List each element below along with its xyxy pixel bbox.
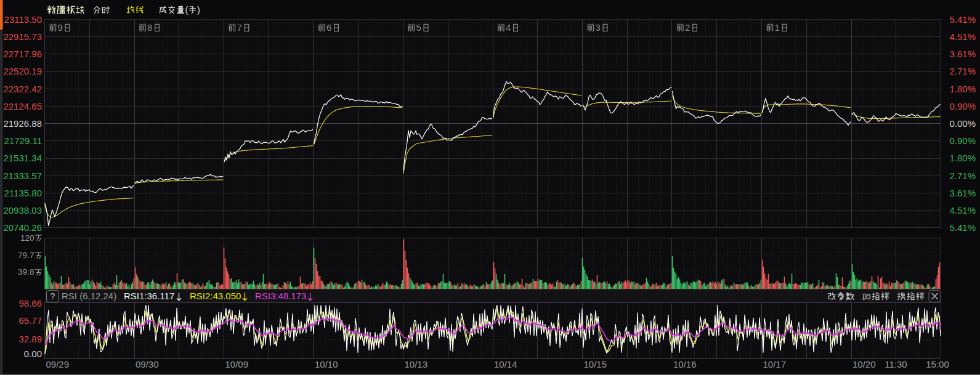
svg-text:0.90%: 0.90% xyxy=(949,135,976,146)
svg-text:20938.03: 20938.03 xyxy=(3,205,42,216)
svg-text:5.41%: 5.41% xyxy=(949,222,976,233)
svg-text:2: 2 xyxy=(685,22,690,33)
svg-text:RSI (6,12,24): RSI (6,12,24) xyxy=(62,291,116,301)
svg-text:21729.11: 21729.11 xyxy=(4,135,42,146)
svg-text:8: 8 xyxy=(30,267,34,276)
svg-text:?: ? xyxy=(51,291,55,301)
svg-text:20740.26: 20740.26 xyxy=(3,222,42,233)
svg-text:09/30: 09/30 xyxy=(136,359,159,369)
svg-text:1: 1 xyxy=(20,233,25,243)
svg-text:10/13: 10/13 xyxy=(405,359,428,369)
svg-text:0.00%: 0.00% xyxy=(949,118,976,129)
svg-text:21135.80: 21135.80 xyxy=(4,188,42,198)
svg-text:2.71%: 2.71% xyxy=(949,66,976,76)
svg-text:3: 3 xyxy=(18,267,23,276)
svg-text:4.51%: 4.51% xyxy=(949,205,976,216)
svg-text:1.80%: 1.80% xyxy=(949,84,976,94)
svg-text:10/09: 10/09 xyxy=(225,359,249,369)
svg-text:10/16: 10/16 xyxy=(673,359,697,369)
svg-text:6: 6 xyxy=(326,22,331,33)
svg-text:23113.50: 23113.50 xyxy=(4,14,42,25)
svg-text:10/15: 10/15 xyxy=(584,359,607,369)
svg-text:98.66: 98.66 xyxy=(18,298,42,308)
svg-text:21531.34: 21531.34 xyxy=(3,153,42,163)
svg-text:7: 7 xyxy=(30,251,34,260)
svg-text:22520.19: 22520.19 xyxy=(3,66,42,76)
svg-text:5: 5 xyxy=(416,22,421,33)
svg-text:9: 9 xyxy=(58,22,63,33)
svg-text:5.41%: 5.41% xyxy=(949,14,976,25)
svg-text:65.77: 65.77 xyxy=(18,315,42,326)
svg-text:9: 9 xyxy=(23,267,28,276)
svg-text:3.61%: 3.61% xyxy=(949,49,976,59)
svg-text:10/17: 10/17 xyxy=(763,359,787,369)
svg-text:7: 7 xyxy=(18,251,23,260)
svg-text:RSI3:48.173: RSI3:48.173 xyxy=(255,291,306,301)
svg-text:4.51%: 4.51% xyxy=(949,31,976,42)
svg-text:0: 0 xyxy=(30,233,34,243)
svg-text:(: ( xyxy=(185,5,188,15)
svg-text:10/20: 10/20 xyxy=(852,359,876,369)
svg-text:3: 3 xyxy=(596,22,601,33)
svg-text:22717.96: 22717.96 xyxy=(3,49,42,59)
svg-text:7: 7 xyxy=(237,22,242,33)
svg-text:21926.88: 21926.88 xyxy=(3,118,42,129)
svg-text:): ) xyxy=(197,5,200,15)
svg-text:2: 2 xyxy=(25,233,30,243)
svg-text:10/10: 10/10 xyxy=(315,359,338,369)
svg-text:0.00: 0.00 xyxy=(24,349,42,359)
svg-text:32.89: 32.89 xyxy=(18,334,42,344)
svg-text:8: 8 xyxy=(147,22,152,33)
svg-text:1: 1 xyxy=(775,22,780,33)
svg-text:10/14: 10/14 xyxy=(494,359,517,369)
svg-text:22124.65: 22124.65 xyxy=(3,101,42,111)
svg-text:RSI1:36.117: RSI1:36.117 xyxy=(124,291,174,301)
svg-text:9: 9 xyxy=(23,251,28,260)
svg-text:2.71%: 2.71% xyxy=(949,171,976,181)
svg-text:11:30: 11:30 xyxy=(885,359,907,369)
svg-text:3.61%: 3.61% xyxy=(949,188,976,198)
svg-text:RSI2:43.050: RSI2:43.050 xyxy=(190,291,241,301)
svg-text:22915.73: 22915.73 xyxy=(3,31,42,42)
svg-text:1.80%: 1.80% xyxy=(949,153,976,163)
svg-text:0.90%: 0.90% xyxy=(949,101,976,111)
svg-text:22322.42: 22322.42 xyxy=(3,84,42,94)
svg-text:21333.57: 21333.57 xyxy=(3,171,42,181)
svg-text:09/29: 09/29 xyxy=(46,359,70,369)
svg-text:4: 4 xyxy=(506,22,511,33)
svg-text:15:00: 15:00 xyxy=(926,359,949,369)
